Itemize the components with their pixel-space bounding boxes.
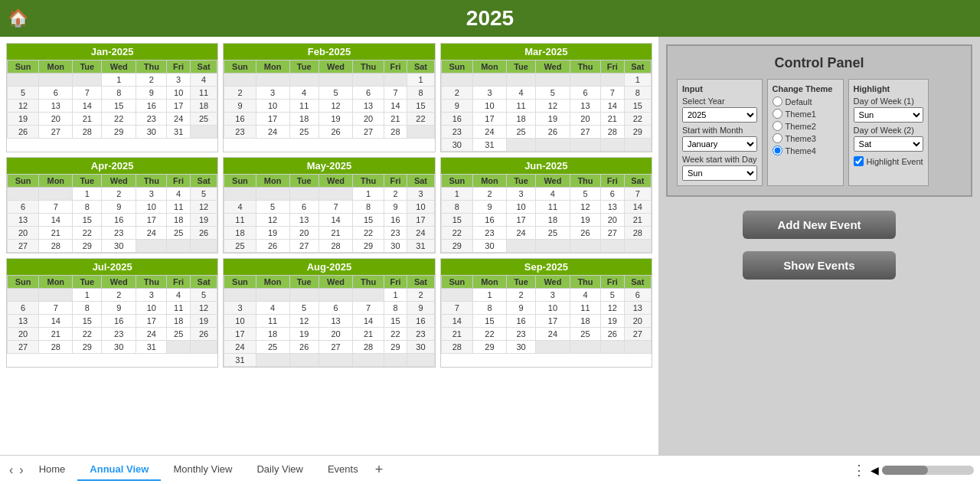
calendar-day[interactable]: 26 <box>318 126 353 139</box>
calendar-day[interactable]: 4 <box>190 74 217 87</box>
calendar-day[interactable]: 11 <box>536 201 570 214</box>
calendar-day[interactable]: 24 <box>472 126 506 139</box>
calendar-day[interactable]: 11 <box>190 87 217 100</box>
calendar-day[interactable]: 25 <box>570 328 600 341</box>
calendar-day[interactable]: 8 <box>384 302 407 315</box>
calendar-day[interactable]: 17 <box>407 214 434 227</box>
calendar-day[interactable]: 18 <box>224 227 256 240</box>
calendar-day[interactable]: 25 <box>167 227 190 240</box>
calendar-day[interactable]: 29 <box>73 240 102 253</box>
calendar-day[interactable]: 13 <box>624 302 651 315</box>
calendar-day[interactable]: 21 <box>318 227 353 240</box>
highlight-event-checkbox-label[interactable]: Highlight Event <box>854 156 923 166</box>
calendar-day[interactable]: 17 <box>507 214 536 227</box>
calendar-day[interactable]: 21 <box>39 328 73 341</box>
calendar-day[interactable]: 19 <box>289 328 318 341</box>
calendar-day[interactable]: 9 <box>472 201 506 214</box>
calendar-day[interactable]: 31 <box>167 126 190 139</box>
calendar-day[interactable]: 6 <box>8 302 39 315</box>
calendar-day[interactable]: 2 <box>102 289 136 302</box>
calendar-day[interactable]: 10 <box>167 87 190 100</box>
calendar-day[interactable]: 29 <box>384 341 407 354</box>
calendar-day[interactable]: 14 <box>318 214 353 227</box>
calendar-day[interactable]: 20 <box>601 214 624 227</box>
theme2[interactable]: Theme2 <box>773 121 838 131</box>
calendar-day[interactable]: 12 <box>190 201 217 214</box>
scroll-bar[interactable] <box>882 466 974 475</box>
calendar-day[interactable]: 19 <box>190 315 217 328</box>
calendar-day[interactable]: 7 <box>39 302 73 315</box>
calendar-day[interactable]: 25 <box>256 341 289 354</box>
calendar-day[interactable]: 1 <box>73 289 102 302</box>
calendar-day[interactable]: 19 <box>256 227 289 240</box>
calendar-day[interactable]: 26 <box>190 328 217 341</box>
calendar-day[interactable]: 14 <box>39 315 73 328</box>
calendar-day[interactable]: 17 <box>224 328 256 341</box>
calendar-day[interactable]: 26 <box>570 227 600 240</box>
calendar-day[interactable]: 25 <box>536 227 570 240</box>
calendar-day[interactable]: 12 <box>289 315 318 328</box>
calendar-day[interactable]: 5 <box>289 302 318 315</box>
calendar-day[interactable]: 11 <box>256 315 289 328</box>
tab-next-button[interactable]: › <box>16 463 26 477</box>
tab-menu-button[interactable]: ⋮ <box>848 462 871 479</box>
calendar-day[interactable]: 8 <box>73 302 102 315</box>
calendar-day[interactable]: 11 <box>570 302 600 315</box>
calendar-day[interactable]: 9 <box>224 100 256 113</box>
calendar-day[interactable]: 21 <box>601 113 624 126</box>
calendar-day[interactable]: 27 <box>353 126 384 139</box>
calendar-day[interactable]: 19 <box>8 113 39 126</box>
calendar-day[interactable]: 6 <box>353 87 384 100</box>
calendar-day[interactable]: 30 <box>136 126 167 139</box>
calendar-day[interactable]: 6 <box>289 201 318 214</box>
calendar-day[interactable]: 21 <box>353 328 384 341</box>
calendar-day[interactable]: 29 <box>624 126 651 139</box>
calendar-day[interactable]: 23 <box>472 227 506 240</box>
start-month-dropdown[interactable]: January <box>682 136 757 152</box>
calendar-day[interactable]: 9 <box>102 201 136 214</box>
calendar-day[interactable]: 13 <box>39 100 73 113</box>
calendar-day[interactable]: 1 <box>384 289 407 302</box>
calendar-day[interactable]: 23 <box>407 328 434 341</box>
calendar-day[interactable]: 3 <box>167 74 190 87</box>
calendar-day[interactable]: 28 <box>441 341 472 354</box>
calendar-day[interactable]: 26 <box>601 328 624 341</box>
calendar-day[interactable]: 6 <box>570 87 600 100</box>
calendar-day[interactable]: 19 <box>318 113 353 126</box>
calendar-day[interactable]: 10 <box>407 201 434 214</box>
calendar-day[interactable]: 3 <box>224 302 256 315</box>
calendar-day[interactable]: 23 <box>136 113 167 126</box>
scroll-left-icon[interactable]: ◀ <box>871 464 879 476</box>
calendar-day[interactable]: 12 <box>8 100 39 113</box>
calendar-day[interactable]: 28 <box>318 240 353 253</box>
calendar-day[interactable]: 22 <box>407 113 434 126</box>
calendar-day[interactable]: 18 <box>167 214 190 227</box>
calendar-day[interactable]: 5 <box>570 188 600 201</box>
calendar-day[interactable]: 20 <box>289 227 318 240</box>
calendar-day[interactable]: 31 <box>136 341 167 354</box>
calendar-day[interactable]: 30 <box>507 341 536 354</box>
calendar-day[interactable]: 26 <box>289 341 318 354</box>
calendar-day[interactable]: 18 <box>536 214 570 227</box>
calendar-day[interactable]: 2 <box>507 289 536 302</box>
calendar-day[interactable]: 12 <box>318 100 353 113</box>
calendar-day[interactable]: 28 <box>601 126 624 139</box>
calendar-day[interactable]: 15 <box>73 315 102 328</box>
calendar-day[interactable]: 5 <box>256 201 289 214</box>
calendar-day[interactable]: 2 <box>407 289 434 302</box>
calendar-day[interactable]: 7 <box>353 302 384 315</box>
calendar-day[interactable]: 29 <box>353 240 384 253</box>
calendar-day[interactable]: 8 <box>624 87 651 100</box>
calendar-day[interactable]: 27 <box>8 240 39 253</box>
calendar-day[interactable]: 2 <box>384 188 407 201</box>
calendar-day[interactable]: 21 <box>441 328 472 341</box>
calendar-day[interactable]: 17 <box>136 214 167 227</box>
calendar-day[interactable]: 1 <box>624 74 651 87</box>
home-icon[interactable]: 🏠 <box>8 8 28 28</box>
calendar-day[interactable]: 16 <box>472 214 506 227</box>
calendar-day[interactable]: 16 <box>102 214 136 227</box>
calendar-day[interactable]: 22 <box>353 227 384 240</box>
calendar-day[interactable]: 17 <box>472 113 506 126</box>
tab-events[interactable]: Events <box>315 459 371 479</box>
add-new-event-button[interactable]: Add New Event <box>743 211 896 239</box>
